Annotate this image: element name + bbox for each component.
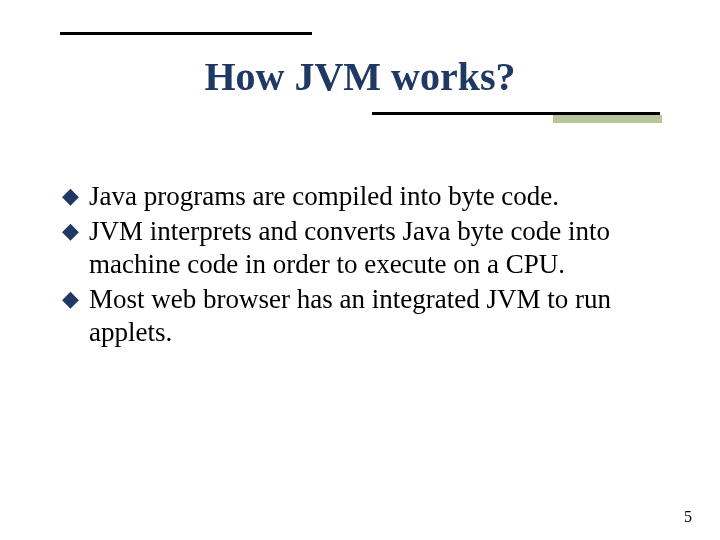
bullet-icon: ◆ (62, 180, 79, 212)
bottom-rule-wrap (60, 112, 660, 115)
bullet-text: JVM interprets and converts Java byte co… (89, 215, 665, 281)
bullet-list: ◆ Java programs are compiled into byte c… (62, 180, 665, 351)
bottom-rule-shadow (553, 115, 662, 123)
top-rule (60, 32, 312, 35)
list-item: ◆ JVM interprets and converts Java byte … (62, 215, 665, 281)
title-block: How JVM works? (60, 32, 660, 115)
bullet-text: Most web browser has an integrated JVM t… (89, 283, 665, 349)
bullet-icon: ◆ (62, 215, 79, 247)
list-item: ◆ Most web browser has an integrated JVM… (62, 283, 665, 349)
slide-title: How JVM works? (60, 53, 660, 100)
bottom-rule (372, 112, 660, 115)
bullet-text: Java programs are compiled into byte cod… (89, 180, 665, 213)
bullet-icon: ◆ (62, 283, 79, 315)
list-item: ◆ Java programs are compiled into byte c… (62, 180, 665, 213)
page-number: 5 (684, 508, 692, 526)
